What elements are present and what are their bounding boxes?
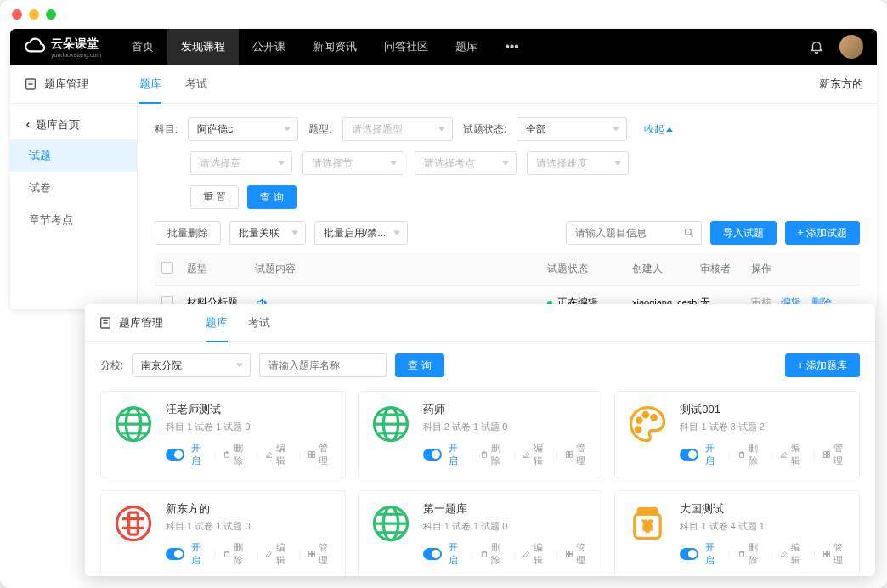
card-toggle[interactable] [423,548,442,560]
logo-subtext: yunduoketang.com [51,52,101,58]
bank-card[interactable]: 新东方的科目 1 试卷 1 试题 0开启|删除|编辑|管理 [100,490,346,576]
card-meta: 科目 2 试卷 1 试题 0 [423,421,592,433]
question-detail-window: 云朵课堂 yunduoketang.com 首页 发现课程 公开课 新闻资讯 问… [10,29,877,309]
card-edit[interactable]: 编辑 [523,442,549,467]
batch-relate-select[interactable]: 批量关联 [229,221,306,245]
logo[interactable]: 云朵课堂 yunduoketang.com [24,36,101,58]
card-manage[interactable]: 管理 [308,442,334,467]
card-manage[interactable]: 管理 [308,541,334,567]
reset-button[interactable]: 重 置 [190,185,239,209]
card-delete[interactable]: 删除 [480,442,506,467]
card-manage[interactable]: 管理 [822,541,849,567]
card-open-label: 开启 [705,442,721,467]
card-delete[interactable]: 删除 [737,442,764,467]
th-actions: 操作 [751,262,853,276]
batch-toggle-select[interactable]: 批量启用/禁... [314,221,408,245]
svg-point-34 [637,418,641,422]
avatar[interactable] [839,35,863,59]
close-dot[interactable] [12,9,22,20]
card-delete[interactable]: 删除 [223,442,249,467]
tab-exam[interactable]: 考试 [185,65,207,104]
win2-search-button[interactable]: 查 询 [395,353,444,377]
card-open-label: 开启 [449,541,465,567]
card-toggle[interactable] [166,548,184,560]
nav-bank[interactable]: 题库 [442,29,491,65]
card-edit[interactable]: 编辑 [780,541,806,567]
svg-rect-70 [570,554,573,557]
add-bank-button[interactable]: + 添加题库 [785,353,860,377]
minimize-dot[interactable] [29,9,39,20]
nav-open-class[interactable]: 公开课 [239,29,299,65]
card-edit[interactable]: 编辑 [780,442,806,467]
nav-discover[interactable]: 发现课程 [167,29,239,65]
nav-more[interactable]: ••• [491,39,533,54]
svg-rect-63 [482,552,486,557]
point-select[interactable]: 请选择考点 [415,151,517,175]
svg-rect-68 [570,551,573,554]
page-title: 题库管理 [44,76,88,92]
sidebar-back[interactable]: 题库首页 [10,110,137,139]
card-toggle[interactable] [680,548,698,560]
search-button[interactable]: 查 询 [247,185,296,209]
win2-tab-bank[interactable]: 题库 [206,304,228,342]
card-edit[interactable]: 编辑 [265,541,291,567]
subject-select[interactable]: 阿萨德c [188,117,298,141]
card-title: 新东方的 [166,501,335,517]
collapse-link[interactable]: 收起 [644,122,673,137]
card-edit[interactable]: 编辑 [523,541,549,567]
type-label: 题型: [308,122,331,137]
card-manage[interactable]: 管理 [565,442,591,467]
content-area: 科目: 阿萨德c 题型: 请选择题型 试题状态: 全部 收起 请选择章 请选择节… [138,104,877,309]
svg-rect-57 [313,554,315,557]
card-delete[interactable]: 删除 [737,541,764,567]
win2-tab-exam[interactable]: 考试 [248,304,270,342]
card-manage[interactable]: 管理 [822,442,849,467]
search-input[interactable] [566,221,702,245]
card-toggle[interactable] [166,449,184,461]
svg-line-4 [690,235,692,237]
card-title: 测试001 [680,402,849,417]
maximize-dot[interactable] [46,9,56,20]
bank-card[interactable]: 测试001科目 1 试卷 3 试题 2开启|删除|编辑|管理 [614,391,860,478]
svg-rect-18 [313,452,315,455]
card-edit[interactable]: 编辑 [265,442,291,467]
select-all-checkbox[interactable] [161,262,173,274]
batch-delete-button[interactable]: 批量删除 [155,221,221,245]
branch-label: 分校: [100,359,123,373]
card-toggle[interactable] [423,449,442,461]
status-select[interactable]: 全部 [517,117,627,141]
bank-card[interactable]: 药师科目 2 试卷 1 试题 0开启|删除|编辑|管理 [358,391,603,478]
bank-card[interactable]: 汪老师测试科目 1 试卷 1 试题 0开启|删除|编辑|管理 [100,391,346,478]
svg-rect-17 [309,452,312,455]
type-select[interactable]: 请选择题型 [342,117,453,141]
sidebar-item-papers[interactable]: 试卷 [10,172,137,204]
bell-icon[interactable] [809,39,824,54]
card-delete[interactable]: 删除 [223,541,249,567]
card-delete[interactable]: 删除 [480,541,506,567]
tab-bank[interactable]: 题库 [139,65,161,104]
card-toggle[interactable] [680,449,698,461]
sidebar-item-chapters[interactable]: 章节考点 [10,204,137,236]
card-manage[interactable]: 管理 [565,541,591,567]
card-title: 汪老师测试 [166,402,335,417]
nav-news[interactable]: 新闻资讯 [299,29,370,65]
card-icon [369,402,413,446]
bank-card[interactable]: 第一题库科目 1 试卷 1 试题 0开启|删除|编辑|管理 [358,490,603,576]
chapter-select[interactable]: 请选择章 [190,151,292,175]
bank-card[interactable]: ¥大国测试科目 1 试卷 4 试题 1开启|删除|编辑|管理 [614,490,860,576]
branch-select[interactable]: 南京分院 [132,353,251,377]
section-select[interactable]: 请选择节 [302,151,404,175]
difficulty-select[interactable]: 请选择难度 [527,151,629,175]
svg-rect-54 [309,551,312,554]
sidebar-item-questions[interactable]: 试题 [10,139,137,172]
import-button[interactable]: 导入试题 [710,221,777,245]
win2-header: 题库管理 题库 考试 [85,304,875,342]
svg-rect-20 [313,455,315,457]
bank-name-input[interactable] [259,353,387,377]
svg-rect-45 [827,455,829,457]
card-open-label: 开启 [449,442,465,467]
add-question-button[interactable]: + 添加试题 [785,221,860,245]
table-header: 题型 试题内容 试题状态 创建人 审核者 操作 [155,253,860,286]
nav-qa[interactable]: 问答社区 [370,29,442,65]
nav-home[interactable]: 首页 [118,29,167,65]
